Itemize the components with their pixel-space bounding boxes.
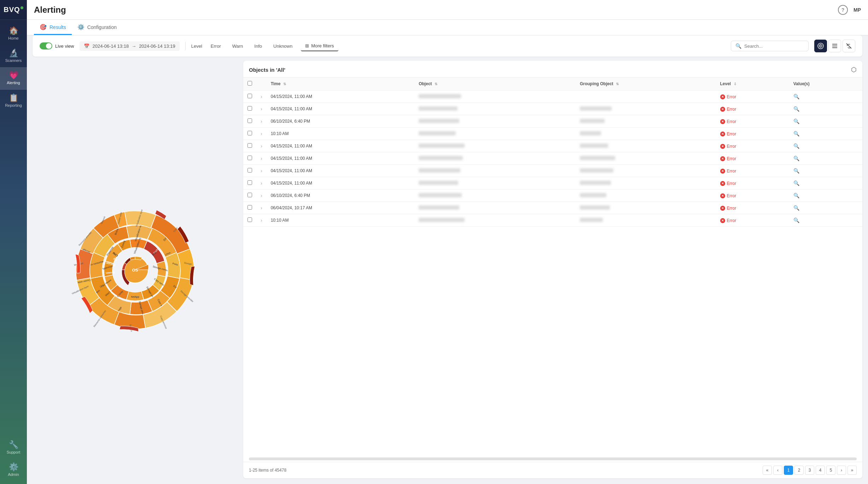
expand-button[interactable]: › [261,143,262,149]
zoom-icon[interactable]: 🔍 [793,156,799,161]
row-checkbox-cell[interactable] [243,165,256,177]
help-button[interactable]: ? [838,5,848,15]
expand-button[interactable]: › [261,118,262,124]
expand-cell[interactable]: › [256,202,267,214]
values-cell[interactable]: 🔍 [789,214,862,227]
values-cell[interactable]: 🔍 [789,189,862,202]
date-range-picker[interactable]: 📅 2024-06-14 13:18 → 2024-06-14 13:19 [80,41,179,51]
filter-info-button[interactable]: Info [251,42,265,50]
row-checkbox[interactable] [247,180,252,185]
sidebar-item-support[interactable]: 🔧 Support [0,437,27,459]
sidebar-item-home[interactable]: 🏠 Home [0,23,27,45]
live-view-toggle[interactable]: Live view [40,42,74,49]
select-all-header[interactable] [243,77,256,91]
page-1-button[interactable]: 1 [784,466,793,475]
filter-unknown-button[interactable]: Unknown [270,42,295,50]
expand-button[interactable]: › [261,180,262,186]
expand-cell[interactable]: › [256,152,267,165]
values-cell[interactable]: 🔍 [789,152,862,165]
values-cell[interactable]: 🔍 [789,128,862,140]
row-checkbox-cell[interactable] [243,140,256,152]
hide-chart-button[interactable] [843,40,855,52]
expand-cell[interactable]: › [256,91,267,103]
values-cell[interactable]: 🔍 [789,103,862,115]
zoom-icon[interactable]: 🔍 [793,118,799,124]
row-checkbox[interactable] [247,118,252,123]
row-checkbox[interactable] [247,131,252,135]
sidebar-item-alerting[interactable]: 💗 Alerting [0,67,27,89]
zoom-icon[interactable]: 🔍 [793,168,799,174]
expand-button[interactable]: › [261,193,262,198]
row-checkbox[interactable] [247,106,252,111]
expand-cell[interactable]: › [256,189,267,202]
grouping-header[interactable]: Grouping Object ⇅ [576,77,716,91]
zoom-icon[interactable]: 🔍 [793,180,799,186]
values-cell[interactable]: 🔍 [789,177,862,189]
values-cell[interactable]: 🔍 [789,140,862,152]
more-filters-button[interactable]: ⊞ More filters [301,41,338,51]
sunburst-chart[interactable]: text { font-family: -apple-system, sans-… [38,173,232,367]
toggle-switch[interactable] [40,42,52,49]
row-checkbox-cell[interactable] [243,128,256,140]
values-cell[interactable]: 🔍 [789,165,862,177]
row-checkbox-cell[interactable] [243,152,256,165]
zoom-icon[interactable]: 🔍 [793,94,799,99]
page-last-button[interactable]: » [847,466,857,475]
expand-cell[interactable]: › [256,128,267,140]
row-checkbox[interactable] [247,143,252,148]
tab-results[interactable]: 🎯 Results [34,20,72,35]
row-checkbox-cell[interactable] [243,115,256,128]
page-4-button[interactable]: 4 [816,466,825,475]
values-cell[interactable]: 🔍 [789,91,862,103]
row-checkbox-cell[interactable] [243,177,256,189]
table-scroll-area[interactable]: Time ⇅ Object ⇅ Grouping Object ⇅ [243,77,862,456]
expand-button[interactable]: › [261,168,262,174]
page-3-button[interactable]: 3 [805,466,814,475]
expand-cell[interactable]: › [256,165,267,177]
zoom-icon[interactable]: 🔍 [793,205,799,211]
search-input[interactable] [744,43,804,49]
row-checkbox-cell[interactable] [243,189,256,202]
expand-cell[interactable]: › [256,103,267,115]
filter-warn-button[interactable]: Warn [229,42,246,50]
expand-button[interactable]: › [261,156,262,161]
expand-button[interactable]: › [261,205,262,211]
expand-button[interactable]: › [261,131,262,136]
row-checkbox-cell[interactable] [243,202,256,214]
time-header[interactable]: Time ⇅ [267,77,415,91]
select-all-checkbox[interactable] [247,81,252,86]
row-checkbox-cell[interactable] [243,91,256,103]
object-header[interactable]: Object ⇅ [414,77,576,91]
zoom-icon[interactable]: 🔍 [793,131,799,136]
row-checkbox[interactable] [247,205,252,210]
list-view-button[interactable] [828,40,841,52]
row-checkbox[interactable] [247,94,252,98]
expand-button[interactable]: › [261,217,262,223]
values-cell[interactable]: 🔍 [789,115,862,128]
row-checkbox-cell[interactable] [243,103,256,115]
page-2-button[interactable]: 2 [794,466,804,475]
user-avatar[interactable]: MP [854,7,861,13]
page-5-button[interactable]: 5 [826,466,835,475]
sidebar-item-admin[interactable]: ⚙️ Admin [0,459,27,481]
page-prev-button[interactable]: ‹ [773,466,782,475]
zoom-icon[interactable]: 🔍 [793,106,799,112]
zoom-icon[interactable]: 🔍 [793,193,799,198]
expand-button[interactable]: › [261,94,262,99]
level-header[interactable]: Level ⇩ [716,77,789,91]
row-checkbox[interactable] [247,156,252,160]
page-first-button[interactable]: « [763,466,772,475]
sidebar-item-scanners[interactable]: 🔬 Scanners [0,45,27,67]
export-button[interactable]: ⬡ [851,66,857,74]
expand-button[interactable]: › [261,106,262,112]
horizontal-scrollbar[interactable] [249,457,857,460]
row-checkbox[interactable] [247,193,252,197]
sidebar-item-reporting[interactable]: 📋 Reporting [0,90,27,112]
page-next-button[interactable]: › [837,466,846,475]
filter-error-button[interactable]: Error [208,42,224,50]
row-checkbox[interactable] [247,217,252,222]
row-checkbox-cell[interactable] [243,214,256,227]
zoom-icon[interactable]: 🔍 [793,217,799,223]
row-checkbox[interactable] [247,168,252,173]
tab-configuration[interactable]: ⚙️ Configuration [72,20,122,35]
